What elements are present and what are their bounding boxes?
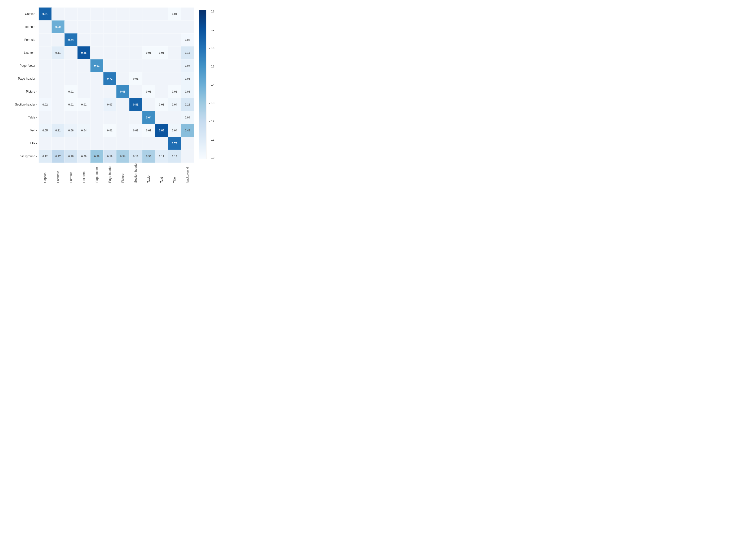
- cell-7-11: 0.16: [181, 98, 194, 111]
- cell-10-6: [116, 137, 129, 150]
- cell-10-0: [38, 137, 52, 150]
- cell-0-6: [116, 7, 129, 20]
- row-label-11: background -: [15, 155, 38, 158]
- cell-6-11: 0.05: [181, 85, 194, 98]
- cell-9-0: 0.05: [38, 124, 52, 137]
- column-labels: CaptionFootnoteFormulaList-itemPage-foot…: [38, 163, 194, 183]
- cell-5-8: [142, 72, 155, 85]
- cell-3-10: [168, 46, 181, 59]
- cell-4-8: [142, 59, 155, 72]
- cell-2-8: [142, 33, 155, 46]
- col-label-text-4: Page-footer: [95, 167, 99, 183]
- cell-0-2: [65, 7, 77, 20]
- col-label-text-7: Section-header: [134, 162, 137, 183]
- cell-10-10: 0.76: [168, 137, 181, 150]
- cell-7-0: 0.02: [38, 98, 52, 111]
- cell-3-5: [103, 46, 116, 59]
- cell-6-1: [52, 85, 65, 98]
- cell-4-9: [155, 59, 168, 72]
- cell-11-5: 0.19: [103, 150, 116, 163]
- cell-9-8: 0.01: [142, 124, 155, 137]
- col-label-text-8: Table: [147, 176, 150, 183]
- cell-5-9: [155, 72, 168, 85]
- row-label-7: Section-header -: [15, 103, 38, 106]
- cell-7-9: 0.01: [155, 98, 168, 111]
- cell-8-1: [52, 111, 65, 124]
- cell-9-9: 0.86: [155, 124, 168, 137]
- matrix-row-pagefooter: Page-footer -0.610.07: [15, 59, 194, 72]
- cell-11-10: 0.15: [168, 150, 181, 163]
- cell-8-4: [91, 111, 103, 124]
- col-label-4: Page-footer: [91, 163, 103, 183]
- cell-5-1: [52, 72, 65, 85]
- cell-9-11: 0.43: [181, 124, 194, 137]
- row-label-5: Page-header -: [15, 77, 38, 80]
- cells-row-9: 0.050.110.060.040.010.020.010.860.040.43: [38, 124, 194, 137]
- cell-11-2: 0.18: [65, 150, 77, 163]
- colorbar-tick-7: - 0.1: [209, 138, 214, 141]
- cell-6-3: [77, 85, 91, 98]
- cell-0-3: [77, 7, 91, 20]
- cell-7-1: [52, 98, 65, 111]
- matrix-section: Caption -0.810.01Footnote -0.50Formula -…: [15, 7, 194, 184]
- cell-10-4: [91, 137, 103, 150]
- cell-4-5: [103, 59, 116, 72]
- cell-5-6: [116, 72, 129, 85]
- col-label-text-6: Picture: [121, 174, 125, 183]
- cell-11-6: 0.34: [116, 150, 129, 163]
- cell-7-10: 0.04: [168, 98, 181, 111]
- cell-4-1: [52, 59, 65, 72]
- row-label-2: Formula -: [15, 38, 38, 42]
- cell-7-5: 0.07: [103, 98, 116, 111]
- colorbar-tick-4: - 0.4: [209, 83, 214, 86]
- cell-4-0: [38, 59, 52, 72]
- cell-0-10: 0.01: [168, 7, 181, 20]
- cell-3-8: 0.01: [142, 46, 155, 59]
- cell-7-2: 0.01: [65, 98, 77, 111]
- col-label-0: Caption: [38, 163, 52, 183]
- col-label-text-11: background: [186, 167, 189, 183]
- cell-11-4: 0.39: [91, 150, 103, 163]
- colorbar-section: - 0.8- 0.7- 0.6- 0.5- 0.4- 0.3- 0.2- 0.1…: [199, 10, 214, 159]
- matrix-rows: Caption -0.810.01Footnote -0.50Formula -…: [15, 7, 194, 163]
- cell-2-4: [91, 33, 103, 46]
- row-label-10: Title -: [15, 142, 38, 145]
- cell-1-8: [142, 20, 155, 33]
- matrix-row-table: Table -0.640.04: [15, 111, 194, 124]
- cell-2-11: 0.02: [181, 33, 194, 46]
- cell-3-9: 0.01: [155, 46, 168, 59]
- cell-1-9: [155, 20, 168, 33]
- cell-8-8: 0.64: [142, 111, 155, 124]
- col-label-text-0: Caption: [43, 172, 47, 183]
- matrix-row-title: Title -0.76: [15, 137, 194, 150]
- cell-8-11: 0.04: [181, 111, 194, 124]
- cell-7-4: [91, 98, 103, 111]
- matrix-row-background: background -0.120.270.180.090.390.190.34…: [15, 150, 194, 163]
- row-label-0: Caption -: [15, 12, 38, 16]
- colorbar-tick-0: - 0.8: [209, 10, 214, 13]
- cell-0-0: 0.81: [38, 7, 52, 20]
- cell-10-8: [142, 137, 155, 150]
- matrix-row-text: Text -0.050.110.060.040.010.020.010.860.…: [15, 124, 194, 137]
- cell-2-1: [52, 33, 65, 46]
- cell-3-3: 0.85: [77, 46, 91, 59]
- cell-1-4: [91, 20, 103, 33]
- cell-3-11: 0.15: [181, 46, 194, 59]
- col-label-8: Table: [142, 163, 155, 183]
- cell-10-7: [129, 137, 142, 150]
- cell-6-10: 0.01: [168, 85, 181, 98]
- cell-0-5: [103, 7, 116, 20]
- cells-row-0: 0.810.01: [38, 7, 194, 20]
- cell-10-5: [103, 137, 116, 150]
- cell-7-8: [142, 98, 155, 111]
- cell-1-11: [181, 20, 194, 33]
- cell-1-3: [77, 20, 91, 33]
- col-label-text-10: Title: [173, 177, 176, 183]
- col-label-text-3: List-item: [82, 171, 86, 183]
- cell-0-1: [52, 7, 65, 20]
- cells-row-4: 0.610.07: [38, 59, 194, 72]
- cell-0-7: [129, 7, 142, 20]
- col-label-3: List-item: [77, 163, 91, 183]
- confusion-matrix-chart: Caption -0.810.01Footnote -0.50Formula -…: [10, 5, 309, 234]
- cell-5-10: [168, 72, 181, 85]
